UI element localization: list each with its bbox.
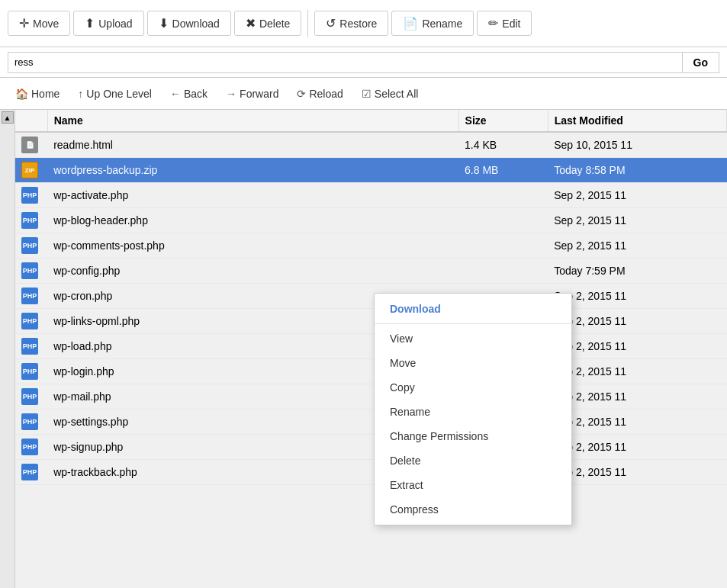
context-menu-item-change-permissions[interactable]: Change Permissions [375,424,571,448]
table-row[interactable]: ZIPwordpress-backup.zip6.8 MBToday 8:58 … [15,158,727,183]
scroll-column: ▲ [0,110,15,588]
zip-icon: ZIP [21,162,38,178]
reload-label: Reload [309,88,343,100]
file-modified: Today 8:58 PM [548,158,726,183]
file-name[interactable]: readme.html [47,132,458,158]
php-icon: PHP [21,187,38,204]
table-row[interactable]: PHPwp-mail.phpSep 2, 2015 11 [15,384,727,410]
php-icon: PHP [21,338,38,355]
file-modified: Today 7:59 PM [548,259,726,284]
col-size-header[interactable]: Size [458,110,548,132]
file-list-container: ▲ Name Size Last Modified 📄readme.html1.… [0,110,727,588]
php-icon: PHP [21,388,38,405]
rename-button[interactable]: 📄 Rename [391,11,474,36]
delete-button[interactable]: ✖ Delete [234,11,301,36]
file-modified: Sep 2, 2015 11 [548,233,726,259]
delete-label: Delete [259,18,290,30]
file-icon-cell: PHP [15,259,47,284]
file-size [458,233,548,259]
file-name[interactable]: wp-comments-post.php [47,233,458,259]
col-name-header[interactable]: Name [47,110,458,132]
upload-button[interactable]: ⬆ Upload [73,11,143,36]
forward-label: Forward [240,88,278,100]
context-menu-item-extract[interactable]: Extract [375,473,571,497]
reload-button[interactable]: ⟳ Reload [289,85,350,103]
file-size [458,208,548,233]
file-icon-cell: PHP [15,359,47,384]
download-button[interactable]: ⬇ Download [147,11,231,36]
up-one-level-button[interactable]: ↑ Up One Level [70,85,159,103]
col-modified-header[interactable]: Last Modified [548,110,726,132]
move-label: Move [33,18,59,30]
home-label: Home [31,88,60,100]
context-menu-divider [375,323,571,324]
file-size: 1.4 KB [458,132,548,158]
context-menu-item-view[interactable]: View [375,326,571,351]
file-name[interactable]: wp-activate.php [47,183,458,208]
edit-label: Edit [502,18,520,30]
php-icon: PHP [21,464,38,480]
edit-button[interactable]: ✏ Edit [477,11,532,36]
restore-button[interactable]: ↺ Restore [314,11,388,36]
table-row[interactable]: 📄readme.html1.4 KBSep 10, 2015 11 [15,132,727,158]
home-button[interactable]: 🏠 Home [8,85,67,103]
nav-bar: 🏠 Home ↑ Up One Level ← Back → Forward ⟳… [0,78,727,110]
reload-icon: ⟳ [297,88,306,100]
restore-label: Restore [339,18,377,30]
context-menu-item-move[interactable]: Move [375,351,571,375]
file-icon-cell: PHP [15,233,47,259]
file-icon-cell: PHP [15,334,47,359]
php-icon: PHP [21,413,38,430]
table-row[interactable]: PHPwp-load.phpSep 2, 2015 11 [15,334,727,359]
file-icon-cell: PHP [15,460,47,485]
forward-button[interactable]: → Forward [218,85,286,103]
file-icon-cell: ZIP [15,158,47,183]
file-name[interactable]: wp-config.php [47,259,458,284]
table-row[interactable]: PHPwp-blog-header.phpSep 2, 2015 11 [15,208,727,233]
move-button[interactable]: ✛ Move [8,11,70,36]
select-all-button[interactable]: ☑ Select All [354,85,426,103]
context-menu-item-copy[interactable]: Copy [375,375,571,400]
upload-label: Upload [98,18,132,30]
table-header-row: Name Size Last Modified [15,110,727,132]
table-row[interactable]: PHPwp-config.phpToday 7:59 PM [15,259,727,284]
download-label: Download [172,18,220,30]
address-input[interactable] [8,52,683,73]
php-icon: PHP [21,237,38,254]
context-menu-item-compress[interactable]: Compress [375,497,571,522]
table-row[interactable]: PHPwp-trackback.php3.94 KBSep 2, 2015 11 [15,460,727,485]
scroll-up-arrow[interactable]: ▲ [2,111,14,124]
rename-icon: 📄 [403,16,418,31]
home-icon: 🏠 [15,88,28,100]
file-modified: Sep 2, 2015 11 [548,284,726,309]
php-icon: PHP [21,439,38,455]
file-name[interactable]: wordpress-backup.zip [47,158,458,183]
file-table-wrapper: Name Size Last Modified 📄readme.html1.4 … [15,110,727,588]
file-icon-cell: PHP [15,435,47,460]
file-modified: Sep 2, 2015 11 [548,309,726,334]
table-row[interactable]: PHPwp-signup.php24.54 KBSep 2, 2015 11 [15,435,727,460]
file-name[interactable]: wp-blog-header.php [47,208,458,233]
table-row[interactable]: PHPwp-activate.phpSep 2, 2015 11 [15,183,727,208]
table-row[interactable]: PHPwp-comments-post.phpSep 2, 2015 11 [15,233,727,259]
context-menu-item-download[interactable]: Download [375,297,571,321]
context-menu: DownloadViewMoveCopyRenameChange Permiss… [374,293,572,525]
upload-icon: ⬆ [85,16,95,31]
table-row[interactable]: PHPwp-cron.phpSep 2, 2015 11 [15,284,727,309]
file-modified: Sep 2, 2015 11 [548,208,726,233]
back-button[interactable]: ← Back [162,85,215,103]
table-row[interactable]: PHPwp-links-opml.phpSep 2, 2015 11 [15,309,727,334]
php-icon: PHP [21,288,38,304]
select-all-label: Select All [375,88,419,100]
go-button[interactable]: Go [683,52,719,73]
address-bar: Go [0,47,727,78]
select-all-icon: ☑ [362,88,372,100]
file-icon-cell: PHP [15,309,47,334]
context-menu-item-delete[interactable]: Delete [375,448,571,473]
delete-icon: ✖ [246,16,256,31]
up-icon: ↑ [78,88,83,100]
table-row[interactable]: PHPwp-login.phpSep 2, 2015 11 [15,359,727,384]
table-row[interactable]: PHPwp-settings.phpSep 2, 2015 11 [15,410,727,435]
context-menu-item-rename[interactable]: Rename [375,400,571,424]
download-icon: ⬇ [159,16,169,31]
